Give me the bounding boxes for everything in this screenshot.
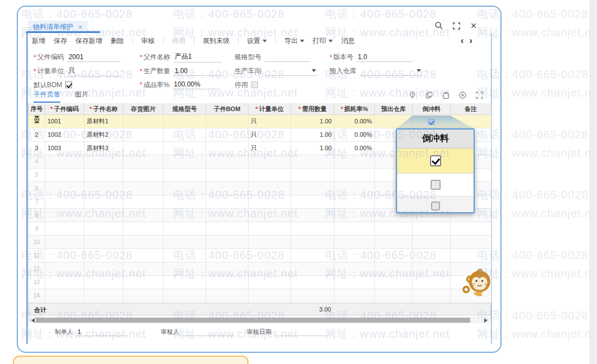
cell[interactable]: 原材料2 (84, 128, 123, 142)
production-qty-input[interactable]: 1.00 (174, 67, 222, 76)
cell[interactable] (123, 142, 164, 155)
scroll-right-arrow-icon[interactable] (484, 318, 490, 323)
cell[interactable] (45, 169, 84, 182)
cell[interactable]: 8 (28, 209, 45, 222)
cell[interactable] (164, 249, 206, 262)
cell[interactable] (123, 222, 164, 236)
cell[interactable] (291, 222, 335, 236)
cell[interactable] (164, 115, 206, 128)
cell[interactable] (123, 289, 164, 303)
cell[interactable]: 0.00% (335, 128, 375, 142)
cell[interactable]: 3 (28, 142, 45, 155)
subtab-child-items[interactable]: 子件页签 (34, 90, 60, 103)
cell[interactable] (291, 209, 335, 222)
cell[interactable] (164, 169, 206, 182)
cell[interactable] (84, 262, 123, 276)
table-row[interactable]: 13 (28, 276, 491, 289)
cell[interactable] (123, 169, 164, 182)
cell[interactable] (123, 115, 164, 128)
cell[interactable]: 14 (28, 289, 45, 303)
cell[interactable] (45, 182, 84, 195)
cell[interactable] (206, 249, 249, 262)
default-bom-checkbox[interactable] (65, 82, 72, 88)
cell[interactable] (45, 222, 84, 236)
cell[interactable] (335, 182, 375, 195)
table-row[interactable]: 12 (28, 262, 491, 276)
cell[interactable] (206, 236, 249, 249)
cell[interactable]: 4 (28, 155, 45, 169)
cell[interactable]: 5 (28, 169, 45, 182)
cell[interactable] (206, 155, 249, 169)
cell[interactable]: 只 (249, 128, 291, 142)
cell[interactable]: 1.00 (291, 142, 335, 155)
toolbar-button-add[interactable]: 新增 (32, 36, 45, 46)
cell[interactable] (84, 289, 123, 303)
cell[interactable]: 0.00% (335, 142, 375, 155)
cell[interactable] (413, 249, 451, 262)
cell[interactable] (335, 195, 375, 209)
subtab-images[interactable]: 图片 (75, 90, 88, 103)
cell[interactable] (335, 236, 375, 249)
cell[interactable] (45, 155, 84, 169)
cell[interactable] (164, 262, 206, 276)
cell[interactable] (335, 209, 375, 222)
cell[interactable]: 1.00 (291, 128, 335, 142)
paste-icon[interactable] (442, 91, 450, 99)
cell[interactable] (123, 249, 164, 262)
cell[interactable] (164, 142, 206, 155)
toolbar-button-message[interactable]: 消息 (341, 36, 355, 46)
cell[interactable] (413, 236, 451, 249)
cell[interactable] (249, 262, 291, 276)
toolbar-button-delete[interactable]: 删除 (111, 36, 124, 46)
cell[interactable] (206, 115, 249, 128)
cell[interactable] (45, 289, 84, 303)
toolbar-button-save-new[interactable]: 保存新增 (75, 36, 102, 46)
cell[interactable] (206, 289, 249, 303)
version-input[interactable]: 1.0 (357, 53, 413, 62)
toolbar-button-print[interactable]: 打印 (313, 36, 333, 46)
cell[interactable] (84, 222, 123, 236)
cell[interactable] (84, 182, 123, 195)
yield-rate-input[interactable]: 100.00% (173, 80, 221, 89)
spec-model-input[interactable] (265, 53, 311, 62)
cell[interactable] (123, 195, 164, 209)
toolbar-button-settings[interactable]: 设置 (247, 36, 267, 46)
cell[interactable]: 10 (28, 236, 45, 249)
cell[interactable] (249, 155, 291, 169)
locate-icon[interactable] (408, 91, 417, 99)
cell[interactable] (84, 195, 123, 209)
cell[interactable] (164, 182, 206, 195)
table-row[interactable]: 1001原材料1只1.000.00% (28, 115, 491, 128)
parent-code-input[interactable]: 2001 (68, 53, 120, 62)
cell[interactable] (164, 155, 206, 169)
cell[interactable] (206, 276, 249, 289)
cell[interactable]: 6 (28, 182, 45, 195)
cell[interactable] (249, 195, 291, 209)
cell[interactable] (45, 262, 84, 276)
cell[interactable]: 11 (28, 249, 45, 262)
cell[interactable] (123, 276, 164, 289)
cell[interactable] (206, 195, 249, 209)
tab-close-icon[interactable]: × (78, 23, 83, 31)
cell[interactable] (123, 262, 164, 276)
cell[interactable] (375, 289, 413, 303)
browser-scrollbar-strip[interactable] (590, 0, 597, 364)
cell[interactable] (45, 249, 84, 262)
cell[interactable] (45, 195, 84, 209)
cell[interactable] (45, 209, 84, 222)
cell[interactable] (375, 236, 413, 249)
magnified-backflush-checkbox[interactable] (431, 180, 441, 190)
maximize-icon[interactable] (452, 21, 461, 30)
cell[interactable] (28, 115, 45, 128)
cell[interactable] (84, 169, 123, 182)
cell[interactable] (335, 289, 375, 303)
cell[interactable] (249, 249, 291, 262)
cell[interactable] (375, 276, 413, 289)
close-icon[interactable]: × (469, 21, 478, 30)
parent-name-input[interactable]: 产品1 (174, 52, 222, 63)
cell[interactable] (335, 169, 375, 182)
cell[interactable] (164, 276, 206, 289)
cell[interactable] (249, 222, 291, 236)
cell[interactable] (413, 115, 451, 128)
table-row[interactable]: 14 (28, 289, 491, 303)
